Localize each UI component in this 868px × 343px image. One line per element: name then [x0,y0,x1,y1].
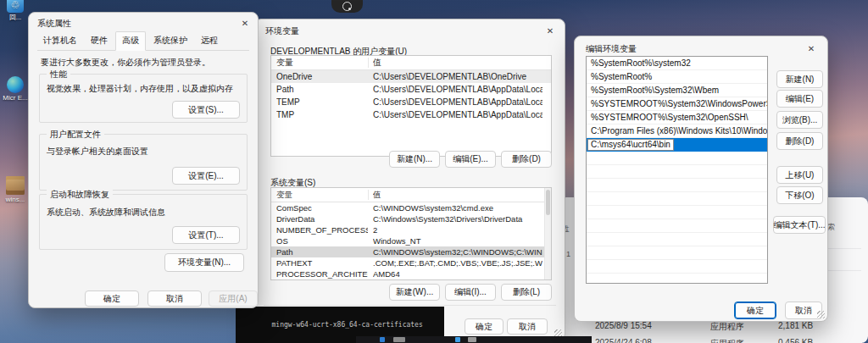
table-row-selected[interactable]: Path C:\WINDOWS\system32;C:\WINDOWS;C:\W… [271,246,551,257]
desktop-icon-label: 回... [1,14,30,21]
taskbar-app-icon[interactable] [455,337,460,342]
list-item[interactable]: %SystemRoot%\System32\Wbem [587,84,767,97]
table-row[interactable]: OneDrive C:\Users\DEVELOPMENTLAB\OneDriv… [271,70,551,83]
desktop-icon-recycle-bin[interactable]: ♲ 回... [1,0,30,21]
screen-record-widget[interactable] [331,0,363,13]
table-row[interactable]: NUMBER_OF_PROCESSORS 2 [271,224,551,235]
system-delete-button[interactable]: 删除(L) [501,284,552,301]
table-row[interactable]: OS Windows_NT [271,235,551,246]
system-new-button[interactable]: 新建(W)... [389,284,440,301]
user-new-button[interactable]: 新建(N)... [389,151,440,168]
ok-button[interactable]: 确定 [465,318,504,335]
desktop-icon-edge[interactable]: Micr E... [1,76,30,102]
column-header: 值 [373,188,542,202]
taskbar[interactable] [356,336,592,343]
taskbar-app-icon[interactable] [380,337,385,342]
user-variables-table[interactable]: 变量 值 OneDrive C:\Users\DEVELOPMENTLAB\On… [270,55,552,157]
group-description: 与登录帐户相关的桌面设置 [47,146,148,158]
user-edit-button[interactable]: 编辑(E)... [445,151,496,168]
table-row[interactable]: PATHEXT .COM;.EXE;.BAT;.CMD;.VBS;.VBE;.J… [271,257,551,268]
list-item[interactable]: %SYSTEMROOT%\System32\OpenSSH\ [587,111,767,124]
table-row[interactable]: TMP C:\Users\DEVELOPMENTLAB\AppData\Loca… [271,108,551,121]
delete-button[interactable]: 删除(D) [776,132,823,150]
list-item[interactable]: %SystemRoot% [587,70,767,84]
file-type: 应用程序 [710,321,744,333]
tab-hardware[interactable]: 硬件 [85,32,114,50]
edit-text-button[interactable]: 编辑文本(T)... [773,216,826,234]
recycle-bin-icon: ♲ [7,0,24,13]
edit-button[interactable]: 编辑(E) [776,90,823,108]
cancel-button[interactable]: 取消 [507,318,548,335]
tab-advanced[interactable]: 高级 [115,31,146,51]
tab-system-protection[interactable]: 系统保护 [147,32,193,50]
resize-grip[interactable] [817,311,825,318]
file-row[interactable]: 2025/8/9 15:54 应用程序 2,181 KB [559,321,868,335]
file-size: 2,181 KB [778,321,813,330]
dialog-title: 系统属性 [37,18,71,30]
table-row[interactable]: ComSpec C:\WINDOWS\system32\cmd.exe [271,202,551,213]
path-entries-list[interactable]: %SystemRoot%\system32 %SystemRoot% %Syst… [586,56,768,284]
taskbar-app-icon[interactable] [393,337,405,342]
user-delete-button[interactable]: 删除(D) [501,151,552,168]
list-item-editing[interactable]: C:\msys64\ucrt64\bin [587,138,767,152]
close-icon[interactable]: ✕ [542,25,558,38]
file-row[interactable]: 2025/4/24 6:08 应用程序 0,456 KB [559,338,868,343]
scrollbar-thumb[interactable] [546,190,550,215]
group-description: 视觉效果，处理器计划，内存使用，以及虚拟内存 [47,83,233,95]
path-edit-input[interactable]: C:\msys64\ucrt64\bin [587,139,674,151]
cancel-button[interactable]: 取消 [147,290,202,307]
tab-remote[interactable]: 远程 [195,32,224,50]
table-row[interactable]: DriverData C:\Windows\System32\Drivers\D… [271,213,551,224]
group-label: 启动和故障恢复 [47,189,113,201]
move-up-button[interactable]: 上移(U) [776,166,823,184]
performance-settings-button[interactable]: 设置(S)... [172,101,240,119]
list-item[interactable]: C:\Program Files (x86)\Windows Kits\10\W… [587,124,767,138]
user-profiles-group: 用户配置文件 与登录帐户相关的桌面设置 设置(E)... [39,134,248,191]
file-date: 2025/4/24 6:08 [595,338,652,343]
table-header: 变量 值 [271,188,551,202]
table-header: 变量 值 [271,56,551,70]
column-header: 变量 [276,56,368,69]
taskbar-app-icon[interactable] [468,337,476,342]
column-header: 变量 [276,188,368,202]
system-edit-button[interactable]: 编辑(I)... [445,284,496,301]
edge-icon [7,76,24,93]
desktop-icon-app[interactable]: wins... [1,176,30,203]
ok-button[interactable]: 确定 [734,302,776,319]
list-item[interactable]: %SystemRoot%\system32 [587,57,767,70]
scrollbar[interactable] [544,188,551,279]
divider [264,305,556,306]
ok-button[interactable]: 确定 [85,290,139,307]
desktop-icon-label: wins... [1,196,30,203]
environment-variables-dialog: 环境变量 ✕ DEVELOPMENTLAB 的用户变量(U) 变量 值 OneD… [254,19,565,340]
group-label: 性能 [47,69,70,80]
table-row[interactable]: Path C:\Users\DEVELOPMENTLAB\AppData\Loc… [271,83,551,96]
close-icon[interactable]: ✕ [237,17,253,30]
file-type: 应用程序 [710,338,744,343]
desktop: ♲ 回... Micr E... wins... 盘 1 索 2025/8/9 … [0,0,868,343]
close-icon[interactable]: ✕ [804,42,819,56]
move-down-button[interactable]: 下移(O) [776,186,823,204]
admin-note: 要进行大多数更改，你必须作为管理员登录。 [41,57,210,69]
startup-recovery-group: 启动和故障恢复 系统启动、系统故障和调试信息 设置(T)... [39,194,248,250]
table-row[interactable]: PROCESSOR_ARCHITECT... AMD64 [271,268,551,279]
explorer-text-fragment: 索 [827,222,835,233]
edit-environment-variable-dialog: 编辑环境变量 ✕ %SystemRoot%\system32 %SystemRo… [574,36,828,322]
table-row[interactable]: TEMP C:\Users\DEVELOPMENTLAB\AppData\Loc… [271,96,551,108]
app-box-icon [6,176,25,195]
column-header: 值 [373,56,542,69]
list-item[interactable]: %SYSTEMROOT%\System32\WindowsPowerShell\… [587,97,767,111]
profiles-settings-button[interactable]: 设置(E)... [172,167,240,185]
tab-computer-name[interactable]: 计算机名 [37,32,83,50]
system-variables-table[interactable]: 变量 值 ComSpec C:\WINDOWS\system32\cmd.exe… [270,187,552,280]
file-size: 0,456 KB [778,338,813,343]
group-label: 用户配置文件 [47,129,104,141]
group-description: 系统启动、系统故障和调试信息 [47,207,165,219]
startup-settings-button[interactable]: 设置(T)... [172,226,240,244]
new-button[interactable]: 新建(N) [776,70,823,88]
environment-variables-button[interactable]: 环境变量(N)... [164,253,244,272]
dialog-title: 编辑环境变量 [586,43,637,55]
tab-bar: 计算机名 硬件 高级 系统保护 远程 [37,33,249,51]
browse-button[interactable]: 浏览(B)... [776,111,823,129]
system-properties-dialog: 系统属性 ✕ 计算机名 硬件 高级 系统保护 远程 要进行大多数更改，你必须作为… [28,12,259,308]
